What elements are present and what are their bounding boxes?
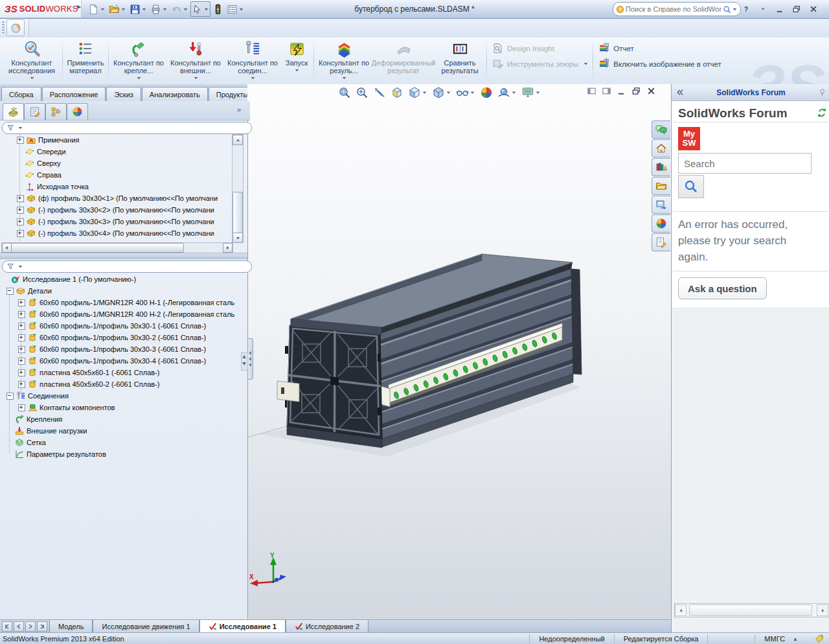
hud-view-settings-button[interactable]	[521, 86, 541, 99]
scroll-thumb[interactable]	[233, 192, 243, 233]
ribbon-button-fixtures-advisor[interactable]: Консультант по крепле...	[110, 38, 167, 84]
tab-эскиз[interactable]: Эскиз	[106, 87, 141, 101]
plot-tools-dropdown-icon[interactable]	[583, 61, 589, 67]
close-button[interactable]	[807, 3, 820, 15]
chevron-down-icon[interactable]	[17, 264, 23, 270]
feature-tree-filter[interactable]	[2, 122, 252, 134]
expand-plus-icon[interactable]	[18, 404, 25, 411]
appearance-palette-button[interactable]	[6, 19, 25, 36]
taskpane-tab-design-library[interactable]	[652, 158, 670, 176]
tab-scroll-last-button[interactable]	[37, 621, 47, 632]
open-dropdown-icon[interactable]	[120, 6, 126, 12]
hud-apply-scene-button[interactable]	[497, 86, 517, 99]
expand-plus-icon[interactable]	[18, 369, 25, 376]
overflow-chevron-icon[interactable]: »	[237, 106, 241, 113]
status-item[interactable]: ММГС	[759, 635, 790, 643]
taskpane-tab-view-palette[interactable]	[652, 196, 670, 214]
select-button[interactable]	[190, 1, 210, 17]
ribbon-button-run[interactable]: Запуск	[281, 38, 312, 84]
search-icon[interactable]	[723, 5, 731, 14]
expand-plus-icon[interactable]	[18, 381, 25, 388]
3d-model-assembly[interactable]	[247, 84, 671, 619]
expand-plus-icon[interactable]	[17, 218, 24, 225]
expand-plus-icon[interactable]	[18, 299, 25, 306]
collapse-left-icon[interactable]	[676, 88, 684, 97]
tree-item[interactable]: Внешние нагрузки	[0, 425, 242, 437]
apply-scene-dropdown-icon[interactable]	[511, 90, 517, 96]
hud-hide-show-items-button[interactable]	[456, 86, 475, 99]
scroll-right-icon[interactable]	[817, 604, 828, 616]
restore-doc-button[interactable]	[631, 86, 641, 97]
ribbon-button-deformed-result[interactable]: Деформированный результат	[372, 38, 435, 84]
save-button[interactable]	[128, 1, 148, 17]
search-icon[interactable]	[723, 5, 731, 14]
toolbar-expand-icon[interactable]: ▶	[77, 4, 84, 14]
hud-zoom-fit-button[interactable]	[338, 86, 351, 99]
ribbon-item-include-image-report[interactable]: Включить изображение в отчет	[598, 58, 721, 69]
tree-item[interactable]: (-) MGNR12R 400 H-1 (По умолчанию<<По	[0, 239, 232, 242]
ribbon-item-design-insight[interactable]: Design Insight	[492, 43, 589, 54]
expand-minus-icon[interactable]	[6, 393, 14, 400]
refresh-icon[interactable]	[817, 108, 827, 118]
units-dropdown-icon[interactable]: ▲	[793, 636, 798, 642]
new-document-button[interactable]	[87, 1, 107, 17]
print-dropdown-icon[interactable]	[162, 6, 168, 12]
expand-plus-icon[interactable]	[18, 323, 25, 330]
options-button[interactable]	[225, 1, 245, 17]
manager-tab-propertymanager[interactable]	[24, 103, 45, 120]
external-loads-advisor-dropdown-icon[interactable]	[193, 75, 199, 81]
ribbon-button-results-advisor[interactable]: Консультант по резуль...	[315, 38, 372, 84]
panel-splitter-handle[interactable]	[247, 338, 253, 380]
tree-item[interactable]: Спереди	[0, 146, 232, 157]
close-doc-button[interactable]	[646, 86, 656, 97]
tab-сборка[interactable]: Сборка	[1, 87, 41, 101]
hud-display-style-button[interactable]	[432, 86, 451, 99]
study-tab-исследование-1[interactable]: Исследование 1	[199, 620, 286, 633]
save-dropdown-icon[interactable]	[141, 6, 147, 12]
tree-item[interactable]: пластина 450x5x60-2 (-6061 Сплав-)	[0, 378, 242, 390]
tree-item[interactable]: Детали	[0, 285, 242, 297]
fixtures-advisor-dropdown-icon[interactable]	[136, 75, 142, 81]
expand-plus-icon[interactable]	[17, 195, 24, 202]
study-tab-исследование-2[interactable]: Исследование 2	[286, 620, 369, 633]
expand-plus-icon[interactable]	[18, 358, 25, 365]
hud-zoom-area-button[interactable]	[356, 86, 369, 99]
manager-tab-dimxpert[interactable]	[67, 103, 88, 120]
display-style-dropdown-icon[interactable]	[446, 90, 451, 96]
run-dropdown-icon[interactable]	[294, 67, 300, 73]
pane-left-button[interactable]	[587, 86, 596, 97]
interference-check-button[interactable]	[211, 1, 225, 17]
tab-scroll-next-button[interactable]	[25, 621, 36, 632]
expand-plus-icon[interactable]	[17, 207, 24, 214]
forum-search-button[interactable]	[678, 175, 704, 198]
select-dropdown-icon[interactable]	[203, 6, 209, 12]
ribbon-item-report[interactable]: Отчет	[598, 43, 721, 54]
tree-item[interactable]: Исследование 1 (-По умолчанию-)	[0, 273, 242, 285]
tree-item[interactable]: Крепления	[0, 413, 242, 425]
minimize-doc-button[interactable]	[617, 86, 626, 97]
status-tag-icon[interactable]	[815, 634, 824, 643]
scroll-thumb[interactable]	[11, 243, 184, 253]
tree-item[interactable]: Исходная точка	[0, 181, 232, 192]
pushpin-icon[interactable]	[818, 88, 826, 97]
toolbar-grip[interactable]	[2, 21, 5, 34]
tree-splitter[interactable]	[0, 253, 247, 259]
expand-plus-icon[interactable]	[18, 346, 25, 353]
taskpane-tab-appearances-scenes[interactable]	[652, 214, 670, 233]
hud-edit-appearance-button[interactable]	[480, 86, 493, 99]
tree-item[interactable]: Контакты компонентов	[0, 402, 242, 413]
scroll-right-icon[interactable]	[223, 243, 233, 253]
feature-tree-hscrollbar[interactable]	[1, 242, 233, 253]
tree-item[interactable]: 60x60 профиль-1/профиль 30x30-3 (-6061 С…	[0, 343, 242, 355]
expand-plus-icon[interactable]	[17, 230, 24, 237]
manager-tab-configurationmanager[interactable]	[45, 103, 67, 120]
tree-item[interactable]: 60x60 профиль-1/MGNR12R 400 H-1 (-Легиро…	[0, 297, 242, 308]
minimize-button[interactable]	[773, 3, 786, 15]
tree-item[interactable]: Соединения	[0, 390, 242, 402]
ribbon-button-compare-results[interactable]: Сравнить результаты	[435, 38, 485, 84]
ribbon-button-study-advisor[interactable]: Консультант исследования	[3, 38, 61, 84]
ribbon-button-connections-advisor[interactable]: Консультант по соедин...	[224, 38, 281, 84]
pane-right-button[interactable]	[602, 86, 611, 97]
hud-view-orientation-button[interactable]	[408, 86, 427, 99]
tree-item[interactable]: AПримечания	[0, 134, 232, 146]
